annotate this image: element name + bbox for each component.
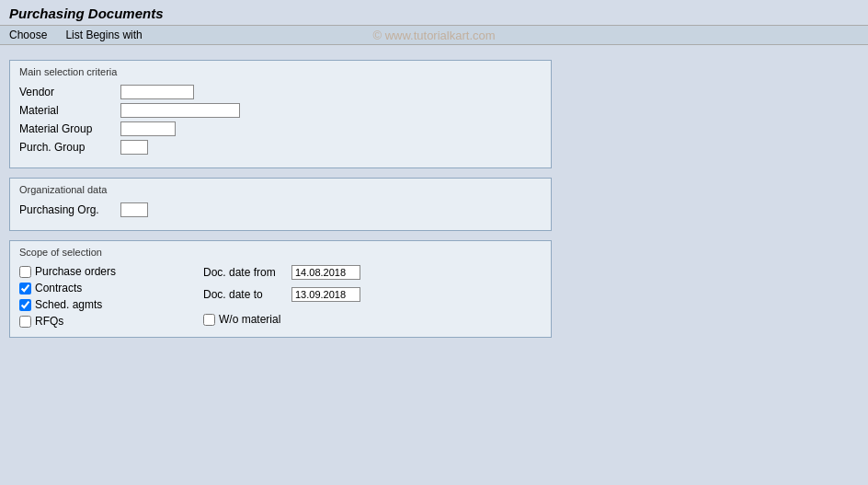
contracts-label: Contracts	[35, 282, 82, 294]
menu-bar: Choose List Begins with © www.tutorialka…	[0, 26, 868, 45]
purch-group-label: Purch. Group	[19, 141, 120, 154]
doc-date-to-input[interactable]	[291, 287, 360, 302]
main-content: Main selection criteria Vendor Material …	[0, 45, 868, 352]
rfqs-checkbox[interactable]	[19, 316, 31, 328]
doc-date-to-label: Doc. date to	[203, 288, 286, 301]
doc-date-from-input[interactable]	[291, 265, 360, 280]
main-selection-title: Main selection criteria	[19, 66, 542, 77]
contracts-checkbox[interactable]	[19, 283, 31, 294]
material-group-input[interactable]	[120, 121, 176, 136]
purch-org-input[interactable]	[120, 202, 148, 217]
wo-material-row: W/o material	[203, 313, 542, 326]
purchase-orders-checkbox[interactable]	[19, 266, 31, 278]
wo-material-label: W/o material	[219, 313, 280, 326]
scope-checkboxes: Purchase orders Contracts Sched. agmts R…	[19, 265, 203, 328]
scope-dates: Doc. date from Doc. date to W/o material	[203, 265, 542, 328]
main-selection-section: Main selection criteria Vendor Material …	[9, 60, 552, 168]
sched-agmts-label: Sched. agmts	[35, 298, 102, 311]
sched-agmts-checkbox[interactable]	[19, 299, 31, 311]
doc-date-to-row: Doc. date to	[203, 287, 542, 302]
purch-group-row: Purch. Group	[19, 140, 542, 155]
purch-org-label: Purchasing Org.	[19, 203, 120, 216]
rfqs-label: RFQs	[35, 315, 63, 328]
scope-title: Scope of selection	[19, 247, 542, 258]
sched-agmts-row: Sched. agmts	[19, 298, 203, 311]
purch-org-row: Purchasing Org.	[19, 202, 542, 217]
menu-list-begins[interactable]: List Begins with	[65, 29, 142, 41]
purchase-orders-label: Purchase orders	[35, 265, 116, 278]
wo-material-checkbox[interactable]	[203, 314, 215, 326]
watermark: © www.tutorialkart.com	[372, 29, 495, 42]
scope-grid: Purchase orders Contracts Sched. agmts R…	[19, 265, 542, 328]
vendor-label: Vendor	[19, 86, 120, 98]
title-bar: Purchasing Documents	[0, 0, 868, 26]
scope-section: Scope of selection Purchase orders Contr…	[9, 240, 552, 338]
material-label: Material	[19, 104, 120, 117]
purchase-orders-row: Purchase orders	[19, 265, 203, 278]
doc-date-from-row: Doc. date from	[203, 265, 542, 280]
purch-group-input[interactable]	[120, 140, 148, 155]
rfqs-row: RFQs	[19, 315, 203, 328]
vendor-input[interactable]	[120, 85, 194, 99]
material-group-row: Material Group	[19, 121, 542, 136]
page-title: Purchasing Documents	[9, 6, 859, 21]
org-data-title: Organizational data	[19, 184, 542, 195]
vendor-row: Vendor	[19, 85, 542, 99]
material-row: Material	[19, 103, 542, 118]
org-data-section: Organizational data Purchasing Org.	[9, 178, 552, 231]
doc-date-from-label: Doc. date from	[203, 266, 286, 279]
material-group-label: Material Group	[19, 122, 120, 135]
menu-choose[interactable]: Choose	[9, 29, 47, 41]
contracts-row: Contracts	[19, 282, 203, 294]
material-input[interactable]	[120, 103, 240, 118]
